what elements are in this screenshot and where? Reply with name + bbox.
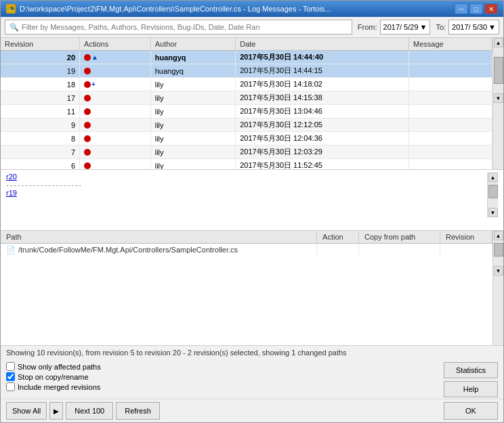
detail-scroll-up-icon[interactable]: ▲ <box>488 173 498 182</box>
from-label: From: <box>358 23 377 31</box>
show-affected-checkbox[interactable] <box>6 362 15 371</box>
ok-button[interactable]: OK <box>444 402 498 420</box>
close-button[interactable]: ✕ <box>484 3 498 14</box>
paths-scrollbar[interactable]: ▲ ▼ <box>492 231 503 345</box>
detail-scrollbar[interactable]: ▲ ▼ <box>487 173 498 217</box>
col-revision: Revision <box>1 38 80 51</box>
stop-copy-checkbox[interactable] <box>6 372 15 381</box>
message-cell <box>409 91 492 105</box>
date-cell: 2017年5月30日 12:04:36 <box>236 132 409 146</box>
show-affected-checkbox-row[interactable]: Show only affected paths <box>6 362 444 371</box>
show-affected-label: Show only affected paths <box>18 363 101 371</box>
table-row[interactable]: 8lily2017年5月30日 12:04:36 <box>1 132 492 146</box>
status-text: Showing 10 revision(s), from revision 5 … <box>6 349 347 357</box>
paths-scroll-down-icon[interactable]: ▼ <box>494 266 503 275</box>
from-date-select[interactable]: 2017/ 5/29 ▼ <box>380 20 431 35</box>
table-row[interactable]: 20▲huangyq2017年5月30日 14:44:40 <box>1 51 492 64</box>
detail-link-r20[interactable]: r20 <box>6 173 17 181</box>
log-table: Revision Actions Author Date Message 20▲… <box>1 38 492 170</box>
action-modify-icon <box>84 81 91 88</box>
message-cell <box>409 132 492 146</box>
action-modify-icon <box>84 122 91 129</box>
options-row: Show only affected paths Stop on copy/re… <box>1 359 503 399</box>
action-modify-icon <box>84 68 91 74</box>
include-merged-checkbox-row[interactable]: Include merged revisions <box>6 382 444 391</box>
refresh-button[interactable]: Refresh <box>116 402 160 420</box>
to-label: To: <box>436 23 446 31</box>
scroll-down-icon[interactable]: ▼ <box>494 93 503 103</box>
log-table-header: Revision Actions Author Date Message <box>1 38 492 51</box>
author-cell: lily <box>150 118 235 132</box>
table-row[interactable]: 17lily2017年5月30日 14:15:38 <box>1 91 492 105</box>
author-cell: lily <box>150 146 235 159</box>
app-icon: 🐢 <box>6 4 16 14</box>
revision-cell: 9 <box>1 118 80 132</box>
file-path-text: /trunk/Code/FollowMe/FM.Mgt.Api/Controll… <box>18 246 238 254</box>
log-scrollbar[interactable]: ▲ ▼ <box>492 38 503 170</box>
from-date-value: 2017/ 5/29 <box>383 23 419 31</box>
action-modify-icon <box>84 54 91 61</box>
date-cell: 2017年5月30日 11:52:45 <box>236 159 409 171</box>
actions-cell <box>80 118 151 132</box>
action-modify-icon <box>84 149 91 156</box>
search-icon: 🔍 <box>9 23 19 32</box>
author-cell: huangyq <box>150 51 235 64</box>
message-cell <box>409 105 492 118</box>
scroll-thumb[interactable] <box>494 57 503 84</box>
search-input[interactable] <box>22 23 348 31</box>
actions-cell <box>80 64 151 78</box>
search-box[interactable]: 🔍 <box>5 20 352 35</box>
actions-cell: + <box>80 78 151 91</box>
minimize-button[interactable]: ─ <box>455 3 468 14</box>
paths-table-header: Path Action Copy from path Revision <box>1 231 492 244</box>
author-cell: lily <box>150 159 235 171</box>
stop-copy-label: Stop on copy/rename <box>18 373 89 381</box>
paths-scroll-up-icon[interactable]: ▲ <box>494 231 503 240</box>
statistics-button[interactable]: Statistics <box>444 362 498 378</box>
col-actions: Actions <box>80 38 151 51</box>
show-all-arrow-button[interactable]: ▶ <box>49 402 63 420</box>
author-cell: lily <box>150 91 235 105</box>
detail-scroll-thumb[interactable] <box>488 185 498 198</box>
col-path: Path <box>1 231 317 244</box>
next-100-button[interactable]: Next 100 <box>66 402 113 420</box>
date-cell: 2017年5月30日 12:12:05 <box>236 118 409 132</box>
scroll-up-icon[interactable]: ▲ <box>494 38 503 47</box>
detail-link-r19[interactable]: r19 <box>6 189 17 197</box>
include-merged-label: Include merged revisions <box>18 383 100 391</box>
message-cell <box>409 78 492 91</box>
revision-cell: 8 <box>1 132 80 146</box>
date-cell: 2017年5月30日 12:03:29 <box>236 146 409 159</box>
revision-cell: 17 <box>1 91 80 105</box>
table-row[interactable]: 7lily2017年5月30日 12:03:29 <box>1 146 492 159</box>
to-date-select[interactable]: 2017/ 5/30 ▼ <box>448 20 499 35</box>
path-revision-cell <box>440 244 492 257</box>
message-cell <box>409 118 492 132</box>
detail-scroll-down-icon[interactable]: ▼ <box>488 208 498 217</box>
stop-copy-checkbox-row[interactable]: Stop on copy/rename <box>6 372 444 381</box>
message-cell <box>409 159 492 171</box>
author-cell: huangyq <box>150 64 235 78</box>
help-button[interactable]: Help <box>444 381 498 397</box>
revision-cell: 18 <box>1 78 80 91</box>
date-cell: 2017年5月30日 14:44:15 <box>236 64 409 78</box>
show-all-button[interactable]: Show All <box>6 402 47 420</box>
maximize-button[interactable]: □ <box>469 3 483 14</box>
include-merged-checkbox[interactable] <box>6 382 15 391</box>
log-table-container: Revision Actions Author Date Message 20▲… <box>1 38 503 170</box>
table-row[interactable]: 6lily2017年5月30日 11:52:45 <box>1 159 492 171</box>
path-action-cell <box>317 244 359 257</box>
actions-cell <box>80 105 151 118</box>
path-row[interactable]: 📄/trunk/Code/FollowMe/FM.Mgt.Api/Control… <box>1 244 492 257</box>
table-row[interactable]: 19huangyq2017年5月30日 14:44:15 <box>1 64 492 78</box>
table-row[interactable]: 9lily2017年5月30日 12:12:05 <box>1 118 492 132</box>
table-row[interactable]: 11lily2017年5月30日 13:04:46 <box>1 105 492 118</box>
window-title: D:\workspace\Project2\FM.Mgt.Api\Control… <box>20 5 331 13</box>
file-icon: 📄 <box>6 246 16 254</box>
author-cell: lily <box>150 105 235 118</box>
action-modify-icon <box>84 95 91 102</box>
path-cell: 📄/trunk/Code/FollowMe/FM.Mgt.Api/Control… <box>1 244 317 257</box>
actions-cell <box>80 132 151 146</box>
paths-scroll-thumb[interactable] <box>494 243 503 257</box>
table-row[interactable]: 18+lily2017年5月30日 14:18:02 <box>1 78 492 91</box>
